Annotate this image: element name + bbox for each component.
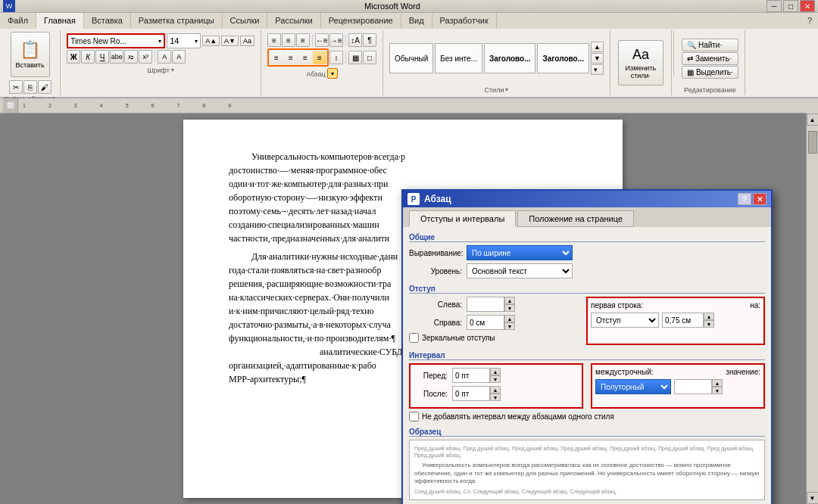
tab-review[interactable]: Рецензирование xyxy=(321,13,401,29)
cut-button[interactable]: ✂ xyxy=(9,80,23,94)
before-input[interactable] xyxy=(452,368,490,383)
superscript-button[interactable]: x² xyxy=(139,50,152,64)
no-interval-label: Не добавлять интервал между абзацами одн… xyxy=(422,412,614,421)
font-expand-icon[interactable]: ▾ xyxy=(171,67,174,73)
first-line-up-button[interactable]: ▲ xyxy=(704,313,714,320)
styles-down-button[interactable]: ▼ xyxy=(591,53,604,64)
dialog-close-button[interactable]: ✕ xyxy=(753,193,766,205)
multilevel-button[interactable]: ≡ xyxy=(296,33,310,47)
increase-font-button[interactable]: A▲ xyxy=(202,36,220,46)
find-button[interactable]: 🔍 Найти· xyxy=(682,39,738,51)
scroll-up-button[interactable]: ▲ xyxy=(807,114,819,126)
increase-indent-button[interactable]: →≡ xyxy=(329,33,343,47)
mirror-indent-label: Зеркальные отступы xyxy=(422,334,495,342)
sample-prev-text: Пред.душий абзац. Пред.душий абзац. Пред… xyxy=(414,445,760,459)
first-line-select[interactable]: Отступ xyxy=(591,313,659,328)
tab-insert[interactable]: Вставка xyxy=(84,13,131,29)
line-spacing-up-button[interactable]: ▲ xyxy=(712,379,723,387)
line-spacing-select[interactable]: Полуторный xyxy=(595,379,671,394)
font-size-dropdown-icon[interactable]: ▾ xyxy=(195,38,198,45)
dialog-help-button[interactable]: ? xyxy=(738,193,751,205)
tab-page-layout[interactable]: Разметка страницы xyxy=(131,13,223,29)
decrease-font-button[interactable]: A▼ xyxy=(221,36,239,46)
bullets-button[interactable]: ≡ xyxy=(267,33,281,47)
line-spacing-value-input[interactable] xyxy=(674,379,712,394)
before-up-button[interactable]: ▲ xyxy=(490,368,501,375)
clear-format-button[interactable]: Aa xyxy=(240,36,254,46)
tab-home[interactable]: Главная xyxy=(36,13,84,29)
align-right-button[interactable]: ≡ xyxy=(298,51,312,64)
strikethrough-button[interactable]: abe xyxy=(110,50,123,64)
change-styles-button[interactable]: Aa Изменить стили· xyxy=(618,40,663,86)
subscript-button[interactable]: x₂ xyxy=(124,50,138,64)
styles-expand-button[interactable]: ▾ xyxy=(591,64,604,75)
style-heading1[interactable]: Заголово... xyxy=(484,43,536,73)
dialog-titlebar: P Абзац ? ✕ xyxy=(403,191,771,207)
indent-left-down-button[interactable]: ▼ xyxy=(504,304,515,312)
paragraph-dialog: P Абзац ? ✕ Отступы и интервалы Положени… xyxy=(401,189,773,504)
maximize-button[interactable]: □ xyxy=(783,0,798,12)
align-left-button[interactable]: ≡ xyxy=(270,51,283,64)
paragraph-expand-icon[interactable]: ▾ xyxy=(327,68,338,79)
style-no-spacing[interactable]: Без инте... xyxy=(435,43,482,73)
help-button[interactable]: ? xyxy=(801,13,818,29)
font-name-dropdown-icon[interactable]: ▾ xyxy=(158,38,161,45)
styles-expand-icon[interactable]: ▾ xyxy=(505,86,508,93)
styles-up-button[interactable]: ▲ xyxy=(591,42,604,52)
font-size-box[interactable]: 14 ▾ xyxy=(167,33,201,48)
indent-left-input[interactable] xyxy=(467,297,504,312)
align-group-box: ≡ ≡ ≡ ≡ xyxy=(267,48,329,67)
indent-left-up-button[interactable]: ▲ xyxy=(504,297,515,304)
after-down-button[interactable]: ▼ xyxy=(490,394,501,401)
dialog-tab-position[interactable]: Положение на странице xyxy=(517,210,634,227)
alignment-select[interactable]: По ширине xyxy=(467,245,573,260)
tab-view[interactable]: Вид xyxy=(401,13,432,29)
format-painter-button[interactable]: 🖌 xyxy=(38,80,52,94)
indent-right-input[interactable] xyxy=(467,315,504,330)
text-color-button[interactable]: A xyxy=(172,50,186,64)
borders-button[interactable]: □ xyxy=(363,51,376,64)
align-center-button[interactable]: ≡ xyxy=(284,51,298,64)
text-highlight-button[interactable]: A xyxy=(158,50,171,64)
style-normal[interactable]: Обычный xyxy=(389,43,433,73)
sort-button[interactable]: ↕A xyxy=(348,33,362,47)
tab-references[interactable]: Ссылки xyxy=(223,13,268,29)
first-line-value-input[interactable] xyxy=(662,313,704,328)
first-line-down-button[interactable]: ▼ xyxy=(704,320,714,328)
decrease-indent-button[interactable]: ←≡ xyxy=(315,33,329,47)
style-heading2[interactable]: Заголово... xyxy=(537,43,589,73)
no-interval-checkbox[interactable] xyxy=(409,412,419,422)
show-marks-button[interactable]: ¶ xyxy=(363,33,376,47)
sample-next-text: След.душий абзац. Сл. Следующий абзац. С… xyxy=(414,488,760,495)
mirror-indent-checkbox[interactable] xyxy=(409,333,419,343)
line-spacing-down-button[interactable]: ▼ xyxy=(712,387,723,394)
align-justify-button[interactable]: ≡ xyxy=(313,51,326,64)
indent-right-down-button[interactable]: ▼ xyxy=(504,322,515,330)
minimize-button[interactable]: ─ xyxy=(766,0,782,12)
select-button[interactable]: ▦ Выделить· xyxy=(682,66,738,79)
level-select[interactable]: Основной текст xyxy=(467,263,573,278)
font-name-box[interactable]: Times New Ro... ▾ xyxy=(67,33,165,48)
change-styles-icon: Aa xyxy=(632,47,649,63)
scroll-down-button[interactable]: ▼ xyxy=(807,492,819,504)
shading-button[interactable]: ▦ xyxy=(348,51,362,64)
numbering-button[interactable]: ≡ xyxy=(282,33,295,47)
tab-developer[interactable]: Разработчик xyxy=(432,13,497,29)
scroll-thumb[interactable] xyxy=(808,131,817,154)
indent-right-label: Справа: xyxy=(409,319,462,327)
line-spacing-button[interactable]: ↕ xyxy=(329,51,343,64)
paste-button[interactable]: 📋 Вставить xyxy=(11,32,50,77)
tab-file[interactable]: Файл xyxy=(0,13,36,29)
close-button[interactable]: ✕ xyxy=(800,0,815,12)
indent-right-up-button[interactable]: ▲ xyxy=(504,315,515,322)
after-input[interactable] xyxy=(452,386,490,401)
after-up-button[interactable]: ▲ xyxy=(490,386,501,394)
replace-button[interactable]: ⇄ Заменить· xyxy=(682,52,738,65)
tab-mailings[interactable]: Рассылки xyxy=(267,13,320,29)
copy-button[interactable]: ⎘ xyxy=(23,80,37,94)
dialog-tab-indent[interactable]: Отступы и интервалы xyxy=(409,210,516,227)
before-down-button[interactable]: ▼ xyxy=(490,375,501,383)
underline-button[interactable]: Ч xyxy=(95,50,109,64)
bold-button[interactable]: Ж xyxy=(67,50,80,64)
italic-button[interactable]: К xyxy=(81,50,95,64)
